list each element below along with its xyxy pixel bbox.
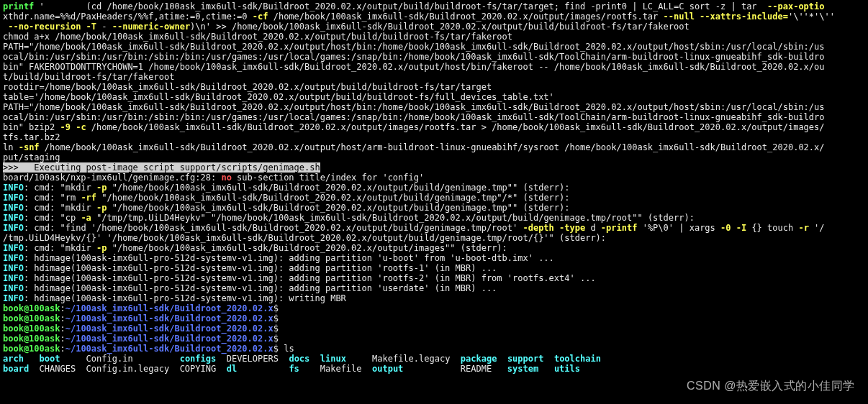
terminal-segment: -	[96, 22, 112, 32]
terminal-segment: /home/book/100ask_imx6ull-sdk/Buildroot_…	[40, 142, 825, 152]
terminal-segment: -9 -c	[60, 122, 86, 132]
terminal-segment: printf	[3, 1, 34, 12]
terminal-segment: tfs.tar.bz2	[3, 132, 60, 142]
terminal-segment: PATH="/home/book/100ask_imx6ull-sdk/Buil…	[3, 42, 825, 52]
terminal-segment: : cmd: "mkdir	[24, 183, 96, 193]
terminal-segment	[309, 354, 320, 364]
terminal-segment: toolchain	[554, 354, 601, 364]
terminal-output[interactable]: printf ' (cd /home/book/100ask_imx6ull-s…	[0, 0, 868, 375]
terminal-segment: INFO	[3, 213, 24, 223]
terminal-segment: : cmd: "mkdir	[24, 243, 96, 253]
terminal-segment: book@100ask	[3, 303, 60, 313]
terminal-segment: book@100ask	[3, 344, 60, 354]
terminal-segment: --numeric-owner	[112, 22, 190, 32]
terminal-segment: book@100ask	[3, 313, 60, 323]
terminal-segment	[538, 364, 554, 374]
terminal-segment: : cmd: "rm	[24, 193, 81, 203]
terminal-segment: $	[273, 323, 279, 334]
terminal-segment: ~/100ask_imx6ull-sdk/Buildroot_2020.02.x	[65, 334, 273, 344]
terminal-segment: README	[403, 364, 507, 374]
terminal-segment: "/home/book/100ask_imx6ull-sdk/Buildroot…	[107, 183, 570, 193]
terminal-segment: :	[60, 323, 65, 334]
terminal-segment: $	[273, 313, 279, 323]
terminal-segment: : hdimage(100ask-imx6ull-pro-512d-system…	[24, 253, 554, 263]
terminal-segment: ocal/bin:/usr/sbin:/usr/bin:/sbin:/bin:/…	[3, 112, 825, 122]
terminal-segment: book@100ask	[3, 323, 60, 334]
terminal-segment	[543, 354, 553, 364]
terminal-segment: -a	[81, 213, 91, 223]
terminal-segment: ~/100ask_imx6ull-sdk/Buildroot_2020.02.x	[65, 344, 273, 354]
terminal-segment: INFO	[3, 283, 24, 293]
terminal-segment: -depth -type	[523, 223, 585, 233]
terminal-segment: "/tmp/tmp.UiLD4Heykv" "/home/book/100ask…	[91, 213, 695, 223]
terminal-segment: "/home/book/100ask_imx6ull-sdk/Buildroot…	[107, 243, 507, 253]
terminal-segment: /tmp.UiLD4Heykv/{}' '/home/book/100ask_i…	[3, 233, 606, 243]
terminal-segment: bin" FAKEROOTDONTTRYCHOWN=1 /home/book/1…	[3, 62, 825, 72]
terminal-segment: -p	[96, 183, 107, 193]
terminal-segment: $ ls	[273, 344, 294, 354]
terminal-segment: $	[273, 303, 279, 313]
terminal-segment	[497, 354, 507, 364]
watermark-text: CSDN @热爱嵌入式的小佳同学	[687, 379, 855, 394]
terminal-segment: '%P\0' | xargs	[637, 223, 720, 233]
terminal-segment: -r	[798, 223, 808, 233]
terminal-segment	[237, 364, 289, 374]
terminal-segment: DEVELOPERS	[216, 354, 289, 364]
terminal-segment: -snf	[19, 142, 40, 152]
terminal-segment	[24, 354, 40, 364]
terminal-segment: configs	[180, 354, 217, 364]
terminal-segment: bin" bzip2	[3, 122, 60, 132]
terminal-segment: ' (cd /home/book/100ask_imx6ull-sdk/Buil…	[34, 1, 767, 12]
terminal-segment: INFO	[3, 193, 24, 203]
terminal-segment: $	[273, 334, 279, 344]
terminal-segment: -p	[96, 243, 107, 253]
terminal-segment: {} touch	[746, 223, 798, 233]
terminal-segment: /home/book/100ask_imx6ull-sdk/Buildroot_…	[268, 12, 663, 22]
terminal-segment: : hdimage(100ask-imx6ull-pro-512d-system…	[24, 263, 497, 273]
terminal-segment: INFO	[3, 253, 24, 263]
terminal-segment: boot	[40, 354, 60, 364]
terminal-segment: -rf	[81, 193, 96, 203]
terminal-segment: system	[507, 364, 538, 374]
terminal-segment: ~/100ask_imx6ull-sdk/Buildroot_2020.02.x	[65, 323, 273, 334]
terminal-segment: fs	[289, 364, 299, 374]
terminal-segment: -printf	[601, 223, 638, 233]
terminal-segment	[320, 162, 820, 173]
terminal-segment: Config.in	[60, 354, 180, 364]
terminal-segment: '\''*'\''	[788, 12, 835, 22]
terminal-segment: board/100ask/nxp-imx6ull/genimage.cfg:28…	[3, 173, 221, 183]
terminal-segment: : cmd: "cp	[24, 213, 81, 223]
terminal-segment: docs	[289, 354, 309, 364]
terminal-segment: d	[585, 223, 601, 233]
terminal-segment: linux	[320, 354, 346, 364]
terminal-segment: arch	[3, 354, 24, 364]
terminal-segment: rootdir=/home/book/100ask_imx6ull-sdk/Bu…	[3, 82, 492, 92]
terminal-segment: "/home/book/100ask_imx6ull-sdk/Buildroot…	[96, 193, 569, 203]
terminal-segment: sub-section title/index for 'config'	[232, 173, 424, 183]
terminal-segment: -0 -I	[720, 223, 746, 233]
terminal-segment: utils	[554, 364, 580, 374]
terminal-segment: "/home/book/100ask_imx6ull-sdk/Buildroot…	[107, 203, 570, 213]
terminal-segment: : hdimage(100ask-imx6ull-pro-512d-system…	[24, 273, 596, 283]
terminal-segment: INFO	[3, 203, 24, 213]
terminal-segment: chmod a+x /home/book/100ask_imx6ull-sdk/…	[3, 32, 512, 42]
terminal-segment: : cmd: "mkdir	[24, 203, 96, 213]
terminal-segment: xthdr.name=%%d/PaxHeaders/%%f,atime:=0,c…	[3, 12, 253, 22]
terminal-segment: board	[3, 364, 29, 374]
terminal-segment: ~/100ask_imx6ull-sdk/Buildroot_2020.02.x	[65, 303, 273, 313]
terminal-segment: :	[60, 344, 65, 354]
terminal-segment: --no-recursion -T	[3, 22, 96, 32]
terminal-segment: :	[60, 334, 65, 344]
terminal-segment: Makefile	[299, 364, 372, 374]
terminal-segment: put/staging	[3, 152, 60, 162]
terminal-segment: /home/book/100ask_imx6ull-sdk/Buildroot_…	[86, 122, 825, 132]
terminal-segment: : hdimage(100ask-imx6ull-pro-512d-system…	[24, 293, 346, 303]
terminal-segment: INFO	[3, 263, 24, 273]
terminal-segment: INFO	[3, 293, 24, 303]
terminal-segment: output	[372, 364, 403, 374]
terminal-segment: :	[60, 313, 65, 323]
terminal-segment: package	[461, 354, 497, 364]
terminal-segment: : hdimage(100ask-imx6ull-pro-512d-system…	[24, 283, 497, 293]
terminal-segment: : cmd: "find '/home/book/100ask_imx6ull-…	[24, 223, 523, 233]
terminal-segment: INFO	[3, 183, 24, 193]
